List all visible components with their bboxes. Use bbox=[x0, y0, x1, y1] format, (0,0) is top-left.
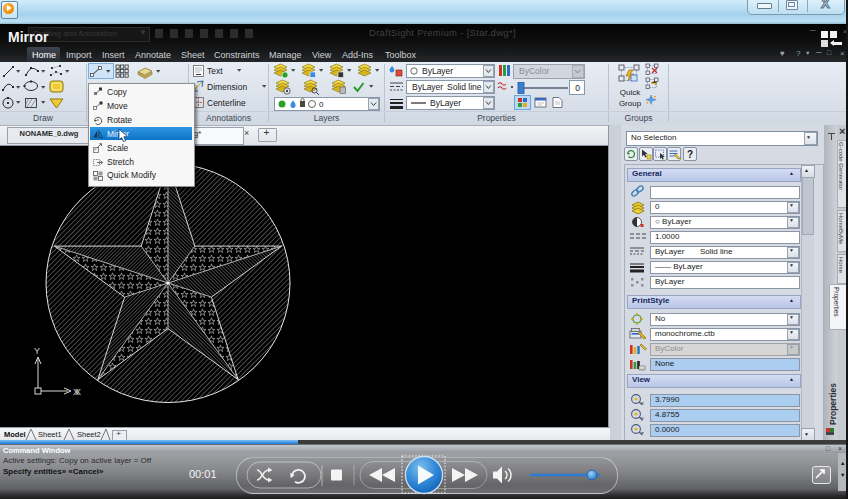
svg-text:X: X bbox=[75, 387, 81, 397]
svg-text:x: x bbox=[641, 400, 644, 406]
svg-text:Y: Y bbox=[34, 346, 40, 356]
svg-text:0: 0 bbox=[319, 100, 324, 109]
svg-text:0: 0 bbox=[575, 83, 580, 93]
svg-text:z: z bbox=[641, 430, 644, 436]
svg-text:y: y bbox=[641, 415, 644, 421]
